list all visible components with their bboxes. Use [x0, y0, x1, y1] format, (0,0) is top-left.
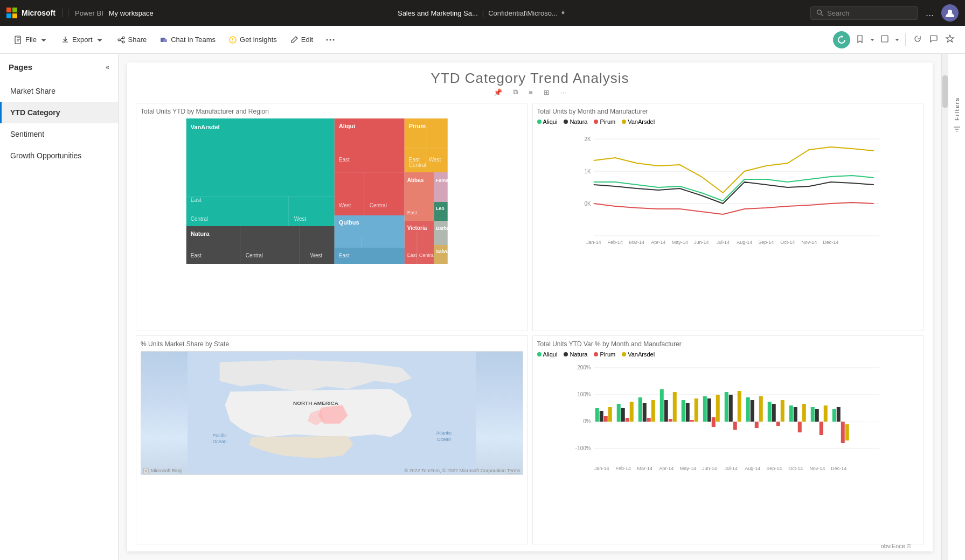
expand-icon[interactable]: ⊞ [540, 87, 553, 97]
report-page-title-area: YTD Category Trend Analysis 📌 ⧉ ≡ ⊞ ··· [127, 62, 933, 103]
svg-text:200%: 200% [577, 365, 591, 370]
filters-panel[interactable]: Filters [948, 54, 965, 560]
svg-rect-101 [603, 416, 607, 422]
share-button[interactable]: Share [112, 32, 152, 47]
map-terms[interactable]: Terms [507, 468, 520, 473]
svg-rect-113 [668, 419, 672, 422]
view-button[interactable] [878, 32, 891, 47]
report-title-bar: Sales and Marketing Sa... | Confidential… [159, 9, 805, 17]
sidebar-item-ytd-category[interactable]: YTD Category [0, 102, 118, 123]
map-visual[interactable]: NORTH AMERICA Pacific Ocean Atlantic Oce… [141, 351, 523, 475]
svg-text:East: East [407, 253, 418, 258]
svg-text:Oct-14: Oct-14 [780, 240, 795, 245]
user-avatar[interactable] [941, 4, 959, 22]
svg-point-4 [122, 37, 124, 39]
svg-rect-110 [651, 400, 655, 422]
svg-rect-122 [711, 422, 715, 427]
svg-rect-54 [434, 202, 448, 221]
reload-button[interactable] [911, 32, 924, 47]
more-toolbar-button[interactable] [321, 32, 340, 47]
svg-rect-138 [797, 422, 801, 432]
svg-rect-120 [707, 398, 711, 422]
filter-mini-icon[interactable]: ≡ [525, 87, 536, 97]
more-options-button[interactable]: ... [924, 5, 936, 21]
treemap-title: Total Units YTD by Manufacturer and Regi… [141, 108, 523, 115]
copy-icon[interactable]: ⧉ [510, 87, 521, 97]
ms-logo: Microsoft [6, 8, 63, 18]
svg-text:Central: Central [191, 216, 208, 222]
export-button[interactable]: Export [55, 32, 109, 47]
svg-text:East: East [191, 197, 202, 203]
svg-text:May-14: May-14 [671, 240, 688, 245]
svg-text:West: West [429, 157, 441, 163]
svg-text:Central: Central [419, 253, 435, 258]
svg-rect-142 [819, 422, 823, 435]
svg-text:Feb-14: Feb-14 [615, 466, 631, 471]
filters-label[interactable]: Filters [954, 97, 960, 121]
chat-teams-button[interactable]: Chat in Teams [154, 32, 221, 47]
svg-text:100%: 100% [577, 391, 591, 397]
search-input[interactable] [827, 9, 902, 17]
svg-text:Apr-14: Apr-14 [651, 240, 665, 245]
svg-rect-130 [754, 422, 758, 428]
toolbar-right [833, 31, 956, 48]
treemap-panel: Total Units YTD by Manufacturer and Regi… [136, 103, 528, 331]
svg-text:0K: 0K [584, 201, 591, 207]
svg-rect-99 [595, 408, 599, 422]
svg-rect-141 [815, 409, 818, 422]
sidebar-item-sentiment[interactable]: Sentiment [0, 123, 118, 145]
line-chart-svg[interactable]: 2K 1K 0K Jan-14 Feb-14 [537, 128, 920, 257]
bookmark-button[interactable] [853, 32, 866, 47]
svg-text:Leo: Leo [436, 206, 445, 211]
svg-text:Atlantic: Atlantic [436, 430, 452, 435]
bar-chart-svg[interactable]: 200% 100% 0% -100% [537, 360, 920, 475]
search-box[interactable] [810, 6, 918, 20]
pin-icon[interactable]: 📌 [490, 87, 505, 97]
comment-button[interactable] [927, 32, 940, 47]
brand-text: Microsoft [22, 9, 63, 17]
svg-rect-118 [694, 398, 698, 422]
svg-text:Jul-14: Jul-14 [716, 240, 730, 245]
svg-line-1 [821, 14, 823, 16]
star-button[interactable] [943, 32, 956, 47]
svg-text:West: West [339, 202, 351, 208]
edit-button[interactable]: Edit [284, 32, 318, 47]
search-icon [816, 9, 824, 17]
svg-text:Jan-14: Jan-14 [586, 240, 601, 245]
bar-chart-title: Total Units YTD Var % by Month and Manuf… [537, 340, 920, 348]
scrollbar-thumb[interactable] [942, 75, 948, 108]
right-scrollbar[interactable] [941, 54, 948, 560]
svg-rect-146 [841, 422, 844, 443]
more-mini-icon[interactable]: ··· [557, 87, 570, 97]
refresh-icon [837, 36, 846, 44]
bar-chart-panel: Total Units YTD Var % by Month and Manuf… [532, 335, 925, 545]
export-chevron-icon [95, 36, 104, 44]
svg-rect-3 [15, 36, 20, 44]
file-icon [14, 36, 23, 44]
sidebar-collapse-button[interactable]: « [106, 64, 109, 71]
svg-rect-139 [802, 404, 806, 422]
svg-text:Central: Central [409, 162, 426, 168]
svg-rect-144 [832, 409, 836, 422]
svg-rect-116 [685, 403, 689, 422]
workspace-label[interactable]: My workspace [109, 9, 154, 17]
svg-rect-104 [621, 408, 624, 422]
svg-text:VanArsdel: VanArsdel [191, 124, 220, 130]
report-mini-toolbar: 📌 ⧉ ≡ ⊞ ··· [127, 87, 933, 97]
svg-text:West: West [310, 253, 323, 258]
svg-text:Jun-14: Jun-14 [702, 466, 717, 471]
comment-icon [929, 34, 938, 43]
sidebar-item-growth-opportunities[interactable]: Growth Opportunities [0, 145, 118, 166]
svg-text:Jun-14: Jun-14 [693, 240, 709, 245]
title-separator: | [482, 9, 484, 17]
refresh-button[interactable] [833, 31, 850, 48]
sidebar: Pages « Market Share YTD Category Sentim… [0, 54, 119, 560]
treemap-visual[interactable]: VanArsdel East Central West Natura East … [141, 118, 523, 264]
svg-rect-115 [681, 400, 685, 422]
teams-icon [159, 36, 168, 44]
file-button[interactable]: File [9, 32, 53, 47]
insights-button[interactable]: Get insights [223, 32, 282, 47]
sidebar-item-market-share[interactable]: Market Share [0, 80, 118, 102]
export-icon [61, 36, 70, 44]
svg-text:Dec-14: Dec-14 [823, 240, 838, 245]
